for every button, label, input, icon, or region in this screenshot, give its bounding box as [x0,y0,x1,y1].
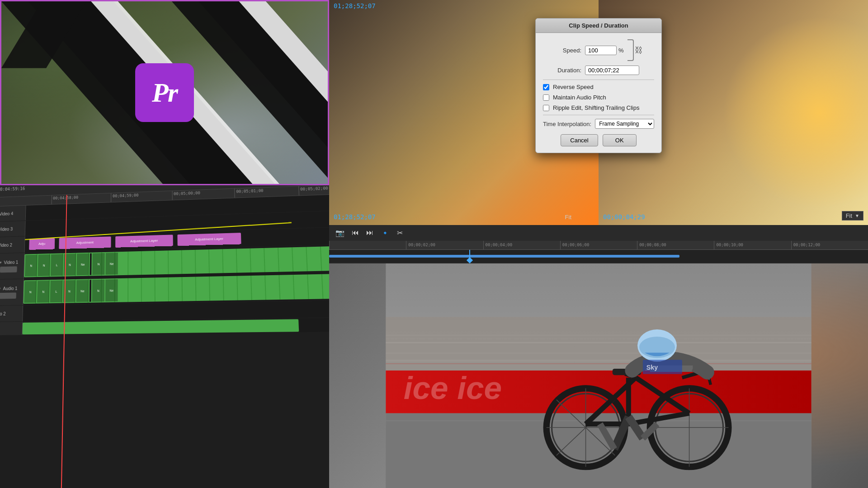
speed-input[interactable] [585,46,617,55]
track-label-bottom [0,321,23,335]
premiere-logo: Pr [135,63,194,122]
timeline-inner: 00:04:59:16 00;04;58;00 00;04;59;00 00;0… [0,185,329,488]
playhead-diamond [467,257,473,263]
track-label-video3: ▶Video 3 [0,221,25,237]
speed-blur-svg: ice ice [329,263,868,488]
trim-icon[interactable]: ✂ [395,227,405,239]
duration-row: Duration: [543,66,654,75]
svg-rect-18 [386,420,811,421]
ruler-mark-5: 00;05;02;00 [298,185,329,195]
ok-button[interactable]: OK [603,134,637,146]
next-frame-icon[interactable]: ⏭ [364,227,375,239]
premiere-logo-text: Pr [152,77,177,108]
chain-link-icon[interactable]: ⛓ [635,46,643,55]
svg-text:Sky: Sky [646,363,658,371]
svg-rect-19 [386,317,811,370]
left-timecode: 01;28;52;07 [334,2,376,9]
right-fit-dropdown[interactable]: Fit ▼ [842,211,863,221]
left-timecode-bottom: 01;28;52;07 [334,213,376,221]
mark-3: 00;00;06;00 [560,241,637,249]
fit-dropdown-arrow: ▼ [855,213,859,218]
speed-row: Speed: % ⛓ [543,39,654,61]
clip-speed-dialog: Clip Speed / Duration Speed: % [535,18,662,153]
divider-1 [543,80,654,80]
track-label-video2: ▶Video 2 [0,236,25,253]
left-fit-label: Fit [565,214,571,221]
cancel-button[interactable]: Cancel [561,134,598,146]
premiere-logo-panel: Pr [0,0,329,185]
track-label-video1: ▼Video 1 [0,253,24,279]
ruler-mark-0 [0,195,51,206]
interpolation-select[interactable]: Frame Sampling Frame Blending Optical Fl… [595,119,654,129]
bracket-bottom [627,50,634,61]
preview-area: 01;28;52;07 01;28;52;07 Fit 00;00;04;29 … [329,0,868,225]
divider-2 [543,115,654,115]
timeline-ruler: 00;00;02;00 00;00;04;00 00;00;06;00 00;0… [329,241,868,250]
explosion-light [706,0,868,225]
mark-4: 00;00;08;00 [637,241,714,249]
mark-2: 00;00;04;00 [483,241,560,249]
track-toggle-v1[interactable] [0,266,17,272]
maintain-audio-checkbox[interactable] [543,94,549,101]
interpolation-row: Time Interpolation: Frame Sampling Frame… [543,119,654,129]
marker-icon[interactable]: 🔹 [379,227,392,239]
maintain-audio-row: Maintain Audio Pitch [543,94,654,101]
bracket-top [627,39,634,50]
track-label-audio1: ▼Audio 1 [0,279,24,305]
cyclist-panel: ice ice [329,263,868,488]
reverse-speed-row: Reverse Speed [543,84,654,90]
mark-5: 00;00;10;00 [714,241,791,249]
dialog-title: Clip Speed / Duration [569,22,628,29]
camera-icon[interactable]: 📷 [334,227,346,239]
scrubber-fill [329,255,679,258]
track-toggle-a1[interactable] [0,292,16,298]
clip-adju[interactable]: Adju [29,238,55,250]
clip-adjustment-layer1[interactable]: Adjustment Layer [115,235,173,248]
dialog-title-bar: Clip Speed / Duration [536,19,661,33]
prev-frame-icon[interactable]: ⏮ [350,227,361,239]
timeline-panel: 00:04:59:16 00;04;58;00 00;04;59;00 00;0… [0,185,329,488]
ripple-edit-label: Ripple Edit, Shifting Trailing Clips [553,104,639,111]
mark-1: 00;00;02;00 [406,241,483,249]
clip-adjustment-layer2[interactable]: Adjustment Layer [177,232,241,246]
scrubber-area[interactable] [329,250,868,263]
interpolation-label: Time Interpolation: [543,121,591,127]
cyclist-background: ice ice [329,263,868,488]
timecode-display: 00:04:59:16 [0,186,25,192]
right-timecode: 00;00;04;29 [603,213,645,221]
speed-label: Speed: [543,47,581,54]
duration-input[interactable] [585,66,639,75]
ripple-edit-checkbox[interactable] [543,105,549,111]
controls-row: 📷 ⏮ ⏭ 🔹 ✂ [329,225,868,241]
speed-unit: % [618,47,624,54]
ripple-edit-row: Ripple Edit, Shifting Trailing Clips [543,104,654,111]
mark-6: 00;00;12;00 [791,241,868,249]
link-bracket [627,39,634,61]
timeline-bottom: 00;00;02;00 00;00;04;00 00;00;06;00 00;0… [329,241,868,263]
duration-label: Duration: [543,67,581,74]
track-label-audio2: Audio 2 [0,305,23,322]
reverse-speed-checkbox[interactable] [543,84,549,90]
fit-dropdown-label: Fit [846,212,852,219]
mark-0 [329,241,406,249]
timeline-perspective: 00:04:59:16 00;04;58;00 00;04;59;00 00;0… [0,185,329,488]
video-editor-panel: 01;28;52;07 01;28;52;07 Fit 00;00;04;29 … [329,0,868,488]
dialog-buttons: Cancel OK [543,134,654,146]
maintain-audio-label: Maintain Audio Pitch [553,94,606,101]
reverse-speed-label: Reverse Speed [553,84,594,90]
clip-adjustment1[interactable]: Adjustment [59,236,111,249]
dialog-body: Speed: % ⛓ Duration: [536,33,661,153]
track-label-video4: ▶Video 4 [0,205,26,221]
svg-text:ice   ice: ice ice [404,370,502,406]
